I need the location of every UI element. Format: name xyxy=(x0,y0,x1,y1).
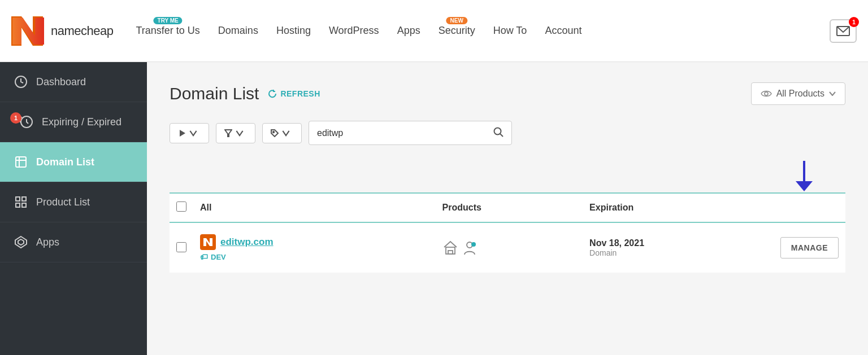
sidebar: Dashboard 1 Expiring / Expired xyxy=(0,62,147,355)
nav-security[interactable]: NEW Security xyxy=(439,25,475,37)
filter-chevron-icon xyxy=(236,129,244,137)
svg-point-13 xyxy=(494,128,501,135)
table-header-row: All Products Expiration xyxy=(170,193,845,222)
try-me-badge: TRY ME xyxy=(154,17,183,24)
nav-account[interactable]: Account xyxy=(545,25,581,37)
manage-button[interactable]: MANAGE xyxy=(780,237,839,258)
new-badge: NEW xyxy=(446,17,467,24)
refresh-button[interactable]: REFRESH xyxy=(268,89,320,98)
tag-label-icon: 🏷 xyxy=(200,252,208,261)
filter-button[interactable] xyxy=(216,123,255,143)
product-icons xyxy=(442,240,576,256)
svg-marker-15 xyxy=(796,181,813,191)
svg-point-9 xyxy=(765,92,768,95)
mail-icon xyxy=(836,26,850,36)
arrow-down-indicator xyxy=(796,161,813,191)
select-all-checkbox[interactable] xyxy=(176,201,186,212)
manage-cell: MANAGE xyxy=(774,222,845,273)
svg-rect-18 xyxy=(448,251,453,254)
expiration-date: Nov 18, 2021 xyxy=(589,238,767,248)
sidebar-item-dashboard[interactable]: Dashboard xyxy=(0,62,147,102)
nav-hosting[interactable]: Hosting xyxy=(276,25,311,37)
apps-icon xyxy=(14,235,28,249)
chevron-down-icon xyxy=(829,91,836,96)
action-column-header xyxy=(774,193,845,222)
row-checkbox-cell xyxy=(170,222,193,273)
search-button[interactable] xyxy=(485,121,511,144)
expiring-badge: 1 xyxy=(10,112,21,124)
svg-marker-7 xyxy=(15,236,27,248)
dropdown-arrow-icon xyxy=(189,129,197,137)
page-title: Domain List xyxy=(170,84,259,103)
svg-marker-11 xyxy=(225,130,232,137)
tag-chevron-icon xyxy=(282,129,290,137)
domain-table: All Products Expiration xyxy=(170,192,845,273)
product-list-icon xyxy=(14,195,28,209)
sidebar-product-list-label: Product List xyxy=(36,196,90,208)
dashboard-icon xyxy=(14,74,28,89)
tag-filter-button[interactable] xyxy=(262,123,302,143)
table-row: editwp.com 🏷 DEV xyxy=(170,222,845,273)
sidebar-item-expiring[interactable]: 1 Expiring / Expired xyxy=(0,102,147,142)
nav-howto[interactable]: How To xyxy=(493,25,527,37)
main-content: Domain List REFRESH All Products xyxy=(147,62,868,355)
tag-icon xyxy=(271,129,279,137)
search-icon xyxy=(493,127,504,137)
sidebar-apps-label: Apps xyxy=(36,236,59,248)
nav-wordpress[interactable]: WordPress xyxy=(329,25,379,37)
page-header: Domain List REFRESH All Products xyxy=(170,82,845,105)
svg-marker-8 xyxy=(18,239,24,245)
sidebar-dashboard-label: Dashboard xyxy=(36,76,86,88)
svg-marker-10 xyxy=(180,130,185,137)
nav-domains[interactable]: Domains xyxy=(218,25,258,37)
layout: Dashboard 1 Expiring / Expired xyxy=(0,62,868,355)
expiration-column-header: Expiration xyxy=(583,193,774,222)
mail-button[interactable]: 1 xyxy=(830,19,857,43)
nav-transfer[interactable]: TRY ME Transfer to Us xyxy=(136,25,199,37)
refresh-icon xyxy=(268,89,277,98)
hosting-icon xyxy=(442,240,458,256)
domain-n-icon xyxy=(203,238,212,246)
expiration-type: Domain xyxy=(589,248,767,257)
dev-tag: 🏷 DEV xyxy=(200,252,226,261)
eye-icon xyxy=(761,89,772,98)
nav-apps[interactable]: Apps xyxy=(397,25,420,37)
sidebar-domain-list-label: Domain List xyxy=(36,156,94,168)
logo-text: namecheap xyxy=(51,24,113,38)
svg-point-12 xyxy=(273,131,274,132)
search-box xyxy=(309,121,512,145)
svg-marker-2 xyxy=(12,17,44,45)
sidebar-item-domain-list[interactable]: Domain List xyxy=(0,142,147,182)
domain-favicon xyxy=(200,234,216,250)
expiration-cell: Nov 18, 2021 Domain xyxy=(583,222,774,273)
select-all-header xyxy=(170,193,193,222)
play-icon xyxy=(178,129,186,137)
svg-point-20 xyxy=(471,242,476,247)
sidebar-item-apps[interactable]: Apps xyxy=(0,222,147,262)
svg-marker-16 xyxy=(203,238,212,246)
sidebar-expiring-label: Expiring / Expired xyxy=(42,116,121,128)
filters-row xyxy=(170,121,845,145)
domain-link[interactable]: editwp.com xyxy=(220,236,274,248)
domain-cell: editwp.com 🏷 DEV xyxy=(193,222,436,273)
action-filter-button[interactable] xyxy=(170,123,209,143)
svg-rect-6 xyxy=(16,157,26,167)
sidebar-item-product-list[interactable]: Product List xyxy=(0,182,147,222)
row-checkbox[interactable] xyxy=(176,242,186,252)
nav-links: TRY ME Transfer to Us Domains Hosting Wo… xyxy=(136,25,830,37)
products-cell xyxy=(436,222,583,273)
page-title-area: Domain List REFRESH xyxy=(170,84,320,103)
domain-list-icon xyxy=(14,155,28,169)
mail-notification-badge: 1 xyxy=(849,17,859,27)
filter-icon xyxy=(224,129,232,137)
search-input[interactable] xyxy=(309,122,485,144)
logo[interactable]: namecheap xyxy=(11,16,113,46)
all-column-header: All xyxy=(193,193,436,222)
whoisguard-icon xyxy=(462,240,478,256)
nav-right: 1 xyxy=(830,19,857,43)
all-products-dropdown[interactable]: All Products xyxy=(751,82,845,105)
logo-icon xyxy=(11,16,45,46)
top-nav: namecheap TRY ME Transfer to Us Domains … xyxy=(0,0,868,62)
products-column-header: Products xyxy=(436,193,583,222)
